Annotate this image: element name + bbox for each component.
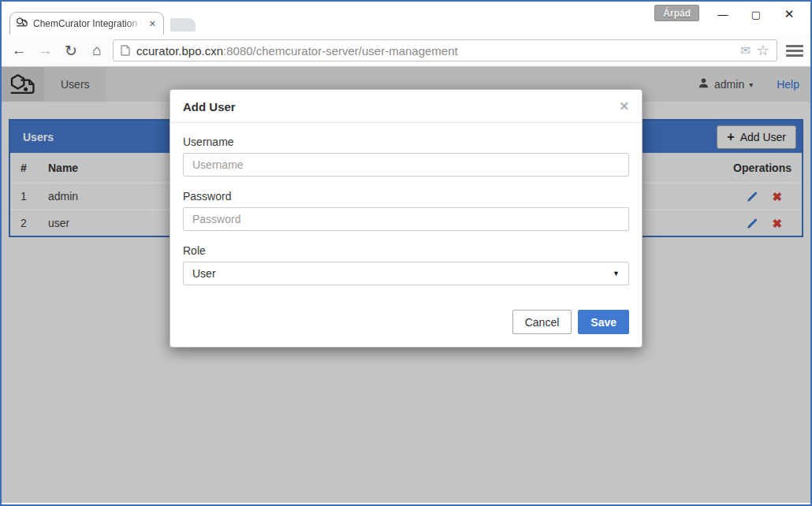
modal-title: Add User — [183, 100, 236, 113]
minimize-icon[interactable]: — — [706, 2, 739, 27]
chemcurator-favicon — [16, 17, 28, 31]
maximize-icon[interactable]: ▢ — [739, 2, 773, 27]
role-label: Role — [183, 244, 629, 257]
role-select[interactable]: User ▼ — [183, 262, 629, 285]
page-viewport: Users admin ▾ Help Users + Add User — [2, 67, 810, 503]
modal-header: Add User ✕ — [170, 90, 642, 123]
address-bar[interactable]: ccurator.bpo.cxn:8080/chemcurator-server… — [113, 39, 777, 61]
cancel-button[interactable]: Cancel — [512, 310, 572, 334]
browser-toolbar: ← → ↻ ⌂ ccurator.bpo.cxn:8080/chemcurato… — [2, 35, 810, 67]
forward-icon[interactable]: → — [35, 42, 55, 59]
password-label: Password — [183, 190, 629, 203]
tab-close-icon[interactable]: ✕ — [147, 19, 158, 29]
browser-window: ChemCurator Integration S ✕ Árpád — ▢ ✕ … — [0, 0, 812, 506]
username-input[interactable] — [183, 153, 629, 177]
home-icon[interactable]: ⌂ — [87, 42, 107, 59]
username-label: Username — [183, 136, 629, 148]
tab-title: ChemCurator Integration S — [33, 18, 143, 29]
url-path: :8080/chemcurator-server/user-management — [223, 44, 458, 58]
username-field-group: Username — [183, 136, 629, 177]
role-field-group: Role User ▼ — [183, 244, 629, 285]
back-icon[interactable]: ← — [9, 42, 29, 59]
envelope-icon[interactable]: ✉ — [740, 43, 751, 58]
url-host: ccurator.bpo.cxn — [136, 44, 223, 58]
url-text: ccurator.bpo.cxn:8080/chemcurator-server… — [136, 44, 458, 58]
modal-footer: Cancel Save — [170, 299, 642, 347]
select-caret-icon: ▼ — [613, 270, 620, 277]
new-tab-button[interactable] — [170, 18, 196, 32]
browser-titlebar: ChemCurator Integration S ✕ Árpád — ▢ ✕ — [2, 2, 810, 35]
page-icon — [121, 45, 130, 56]
password-input[interactable] — [183, 207, 629, 231]
reload-icon[interactable]: ↻ — [61, 42, 81, 60]
bookmark-star-icon[interactable]: ☆ — [757, 42, 769, 59]
modal-body: Username Password Role User ▼ — [170, 123, 642, 285]
role-selected-value: User — [192, 267, 216, 280]
add-user-modal: Add User ✕ Username Password Role User ▼ — [169, 89, 643, 348]
password-field-group: Password — [183, 190, 629, 231]
modal-close-icon[interactable]: ✕ — [619, 99, 629, 113]
save-button[interactable]: Save — [578, 310, 629, 334]
chrome-profile-chip[interactable]: Árpád — [654, 5, 699, 21]
window-controls: — ▢ ✕ — [706, 2, 806, 27]
close-icon[interactable]: ✕ — [773, 2, 806, 27]
browser-tab[interactable]: ChemCurator Integration S ✕ — [9, 12, 164, 35]
chrome-menu-icon[interactable] — [786, 45, 803, 57]
